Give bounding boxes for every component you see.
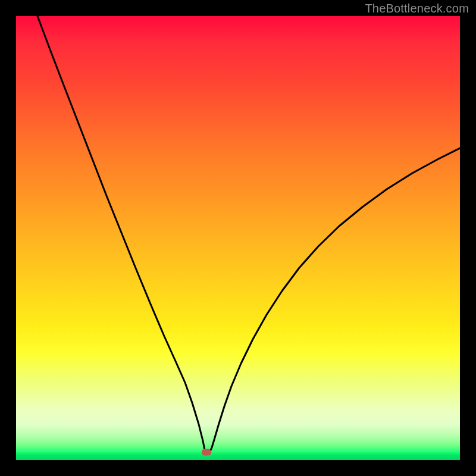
chart-frame: TheBottleneck.com — [0, 0, 476, 476]
bottleneck-curve — [37, 16, 460, 452]
watermark-text: TheBottleneck.com — [365, 2, 469, 15]
plot-area — [16, 16, 460, 460]
optimum-marker — [202, 449, 211, 456]
curve-svg — [16, 16, 460, 460]
